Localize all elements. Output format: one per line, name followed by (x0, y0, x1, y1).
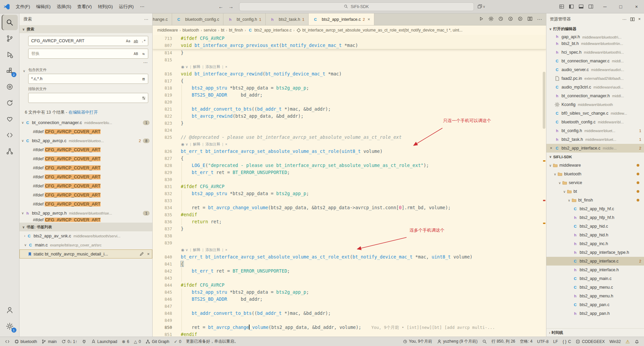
more-actions-icon[interactable]: ⋯ (144, 17, 149, 22)
code-line[interactable]: 713#ifdef CFG_AVRCP (153, 35, 546, 42)
open-editor-item[interactable]: Kconfigmiddleware\bluetooth (546, 100, 644, 109)
statusbar-errors[interactable]: ⊗6 (119, 337, 131, 346)
code-line[interactable]: 827{ (153, 155, 546, 162)
open-editor-item[interactable]: Cbf0_sibles_svc_change.cmiddlew... (546, 109, 644, 118)
open-editor-item[interactable]: hbts2_bt.hmiddleware\bluetooth\in... (546, 39, 644, 48)
codelens-action[interactable]: 解释 (193, 63, 201, 70)
open-editor-item[interactable]: faad2.pc.inexternal\faad2\libfaad\... (546, 74, 644, 83)
search-result-match-row[interactable]: #ifdef CFG_AVRCP_COVER_ART (19, 190, 152, 199)
code-line[interactable]: 837} (153, 225, 546, 232)
code-line[interactable]: 833 (153, 197, 546, 204)
code-line[interactable]: 818 bts2_app_stru *bts2_app_data = bts2g… (153, 84, 546, 92)
open-editor-item[interactable]: Caudio_server.cmiddleware\audio\... (546, 65, 644, 74)
bookmark-item[interactable]: static bt_notify_avrcp_music_detail_i...… (19, 249, 152, 258)
open-editor-item[interactable]: hbts2_task.hmiddleware\bluet...1 (546, 135, 644, 144)
breadcrumb-item[interactable]: middleware (157, 28, 178, 33)
statusbar-remote-indicator[interactable] (3, 337, 12, 346)
breadcrumb-item[interactable]: bluetooth (182, 28, 199, 33)
preserve-case-icon[interactable]: AB (132, 50, 139, 57)
tree-file-bts2_app_menu.c[interactable]: Cbts2_app_menu.c (546, 283, 644, 292)
exclude-settings-icon[interactable] (140, 95, 147, 101)
tab-bts2_app_interface.c[interactable]: Cbts2_app_interface.c2× (309, 13, 374, 25)
code-editor[interactable]: 713#ifdef CFG_AVRCP807void bt_interface_… (153, 35, 546, 337)
code-line[interactable]: 840bt_err_t bt_interface_avrcp_set_absol… (153, 253, 546, 261)
activitybar-item-manage[interactable]: 1 (2, 319, 18, 334)
open-editor-item[interactable]: Caudio_mp3ctrl.cmiddleware\audi... (546, 83, 644, 92)
statusbar-blame-you[interactable]: You, 9个月前 (400, 337, 435, 346)
toggle-search-details-icon[interactable]: ⋯ (143, 61, 148, 65)
code-line[interactable]: 851#endif (153, 331, 546, 337)
open-in-editor-link[interactable]: 在编辑器中打开 (68, 110, 98, 115)
tree-folder-middleware[interactable]: ∨ middleware (546, 161, 644, 170)
editor-scrollbar[interactable] (542, 35, 546, 337)
code-line[interactable]: 831#ifdef CFG_AVRCP (153, 183, 546, 190)
statusbar-serial-port[interactable] (79, 337, 89, 346)
code-line[interactable]: 834 ret = bt_avrcp_change_volume(bts2_ap… (153, 204, 546, 211)
bookmarks-section-header[interactable]: ∨ 书签: 书签列表 (19, 223, 152, 231)
code-line[interactable]: 835#endif (153, 211, 546, 218)
close-panel-icon[interactable]: × (638, 17, 641, 21)
code-line[interactable]: 847 (153, 303, 546, 310)
tree-file-bts2_app_pan.c[interactable]: Cbts2_app_pan.c (546, 300, 644, 309)
code-line[interactable]: 816void bt_interface_avrcp_rewind(bt_not… (153, 70, 546, 77)
maximize-button[interactable]: □ (613, 0, 628, 13)
code-line[interactable]: 849 (153, 317, 546, 324)
activitybar-item-extensions[interactable]: 2 (2, 63, 18, 78)
code-line[interactable]: 830 (153, 176, 546, 183)
open-editor-item[interactable]: hbt_config.hmiddleware\bluet...1 (546, 126, 644, 135)
statusbar-encoding[interactable]: UTF-8 (535, 337, 551, 346)
statusbar-warnings[interactable]: △0 (131, 337, 143, 346)
code-line[interactable]: 839 (153, 239, 546, 246)
code-line[interactable]: 824 (153, 127, 546, 134)
statusbar-blame-author[interactable]: yuzheng (9 个月前) (435, 337, 480, 346)
code-line[interactable]: 825// @deprecated - please use bt_interf… (153, 134, 546, 141)
codelens-action[interactable]: 解释 (193, 141, 201, 148)
code-line[interactable]: 841{ (153, 261, 546, 268)
activitybar-item-sifli-tools[interactable] (2, 79, 18, 95)
activitybar-item-snippets[interactable] (2, 127, 18, 143)
replace-all-icon[interactable]: ⇆ (140, 50, 147, 57)
search-open-editors-icon[interactable]: ▤ (140, 75, 147, 82)
open-editor-item[interactable]: Cbt_connection_manager.cmiddl... (546, 57, 644, 65)
statusbar-launchpad[interactable]: Launchpad (89, 337, 120, 346)
customize-layout-icon[interactable] (559, 4, 564, 9)
code-line[interactable]: 842 bt_err_t ret = BT_ERROR_UNSUPPORTED; (153, 268, 546, 275)
toggle-panel-icon[interactable] (579, 4, 584, 9)
open-editors-section-header[interactable]: ∨ 打开的编辑器 (546, 25, 644, 33)
files-to-exclude-input[interactable] (28, 93, 148, 103)
tree-file-bts2_app_inc.h[interactable]: hbts2_app_inc.h (546, 239, 644, 248)
code-line[interactable]: 826bt_err_t bt_interface_avrcp_set_absol… (153, 148, 546, 155)
activitybar-item-search[interactable] (2, 15, 18, 30)
search-result-match-row[interactable]: #ifdef CFG_AVRCP_COVER_ART (19, 172, 152, 181)
statusbar-git-sync[interactable]: 0↓ 1↑ (59, 337, 79, 346)
statusbar-cursor-position[interactable]: 行 850, 列 26 (489, 337, 518, 346)
activitybar-item-remote-sync[interactable] (2, 95, 18, 111)
tree-file-bts2_app_pan.h[interactable]: hbts2_app_pan.h (546, 309, 644, 318)
code-line[interactable]: 836 return ret; (153, 218, 546, 225)
open-editor-item[interactable]: hhci_spec.hmiddleware\bluetooth\i... (546, 48, 644, 57)
statusbar-codegeex[interactable]: CODEGEEX (573, 337, 607, 346)
statusbar-extension-warning[interactable]: ⚠ (623, 337, 632, 346)
match-case-icon[interactable]: Aa (125, 38, 131, 44)
activitybar-item-accounts[interactable] (2, 302, 18, 318)
codelens-action[interactable]: 添加注释 (205, 141, 220, 148)
minimize-button[interactable]: ─ (597, 0, 612, 13)
code-line[interactable]: 815 (153, 56, 546, 63)
code-line[interactable]: 819 BTS2S_BD_ADDR bd_addr; (153, 92, 546, 99)
code-line[interactable]: 843 (153, 275, 546, 282)
menu-item[interactable]: 转到(G) (95, 2, 116, 11)
code-line[interactable]: 807void bt_interface_avrcp_previous_ext(… (153, 42, 546, 49)
search-result-match-row[interactable]: #ifdef CFG_AVRCP_COVER_ART (19, 199, 152, 209)
codelens-close[interactable]: × (225, 246, 227, 253)
search-section-header[interactable]: ∨ 搜索 (19, 25, 152, 33)
bookmark-item[interactable]: ∨ Cmain.cexample/bt/avrcp_cover_art/src (19, 240, 152, 249)
statusbar-eol[interactable]: LF (551, 337, 560, 346)
toggle-replace-icon[interactable]: ∨ (21, 36, 27, 106)
replace-input[interactable] (28, 49, 148, 59)
statusbar-git-branch[interactable]: main (39, 337, 59, 346)
workspace-section-header[interactable]: ∨ SIFLI-SDK (546, 153, 644, 161)
breadcrumb-item[interactable]: service (204, 28, 216, 33)
statusbar-platform[interactable]: Win32 (607, 337, 623, 346)
nav-forward-button[interactable]: → (226, 4, 236, 9)
tab-bluetooth_config.c[interactable]: Cbluetooth_config.c (172, 13, 223, 25)
